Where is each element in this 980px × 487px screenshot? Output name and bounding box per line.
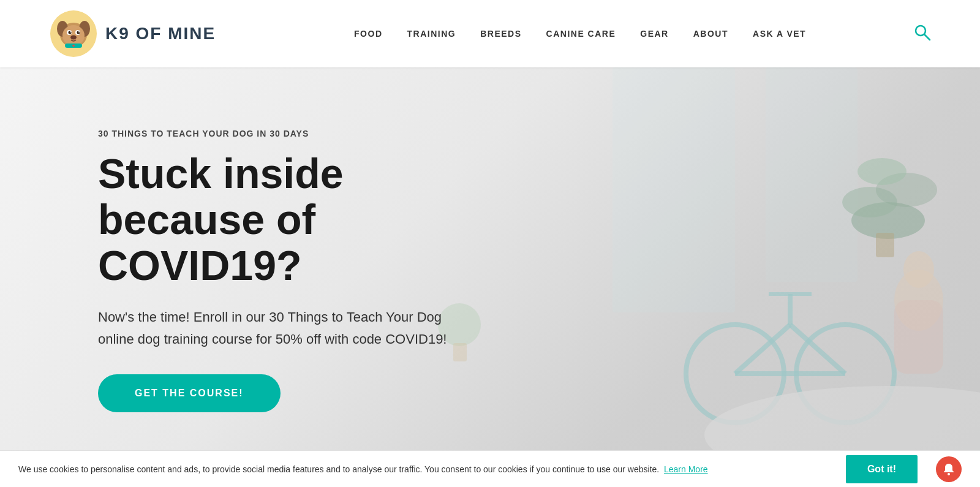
site-header: K9 OF MINE FOOD TRAINING BREEDS CANINE C… — [0, 0, 980, 67]
logo-icon — [49, 9, 98, 58]
svg-rect-15 — [612, 67, 735, 312]
search-button[interactable] — [914, 24, 931, 43]
logo-link[interactable]: K9 OF MINE — [49, 9, 216, 58]
svg-rect-16 — [766, 67, 858, 282]
hero-body: Now's the time! Enroll in our 30 Things … — [98, 306, 478, 349]
svg-point-31 — [903, 251, 934, 288]
nav-gear[interactable]: GEAR — [640, 29, 668, 39]
nav-training[interactable]: TRAINING — [407, 29, 456, 39]
hero-title: Stuck inside because of COVID19? — [98, 151, 514, 288]
hero-section: 30 THINGS TO TEACH YOUR DOG IN 30 DAYS S… — [0, 67, 980, 487]
main-nav: FOOD TRAINING BREEDS CANINE CARE GEAR AB… — [265, 29, 895, 39]
svg-point-37 — [948, 473, 950, 475]
svg-rect-21 — [876, 233, 894, 257]
get-course-button[interactable]: GET THE COURSE! — [98, 374, 281, 412]
nav-canine-care[interactable]: CANINE CARE — [546, 29, 616, 39]
hero-subtitle: 30 THINGS TO TEACH YOUR DOG IN 30 DAYS — [98, 129, 514, 138]
svg-point-20 — [858, 158, 907, 185]
nav-breeds[interactable]: BREEDS — [480, 29, 521, 39]
svg-point-9 — [70, 31, 71, 32]
site-name: K9 OF MINE — [105, 24, 216, 43]
got-it-button[interactable]: Got it! — [846, 455, 918, 483]
hero-content: 30 THINGS TO TEACH YOUR DOG IN 30 DAYS S… — [98, 129, 514, 412]
svg-point-11 — [70, 36, 77, 40]
search-icon — [914, 24, 931, 41]
nav-ask-a-vet[interactable]: ASK A VET — [753, 29, 806, 39]
bell-icon — [942, 462, 956, 476]
cookie-text: We use cookies to personalise content an… — [18, 464, 834, 474]
svg-point-8 — [77, 31, 80, 34]
nav-food[interactable]: FOOD — [354, 29, 382, 39]
nav-about[interactable]: ABOUT — [693, 29, 728, 39]
learn-more-link[interactable]: Learn More — [664, 464, 708, 474]
svg-rect-32 — [894, 300, 943, 374]
svg-point-10 — [78, 31, 80, 32]
notification-bell[interactable] — [936, 456, 962, 482]
cookie-banner: We use cookies to personalise content an… — [0, 450, 980, 487]
svg-point-7 — [69, 31, 72, 34]
svg-line-14 — [924, 34, 930, 40]
